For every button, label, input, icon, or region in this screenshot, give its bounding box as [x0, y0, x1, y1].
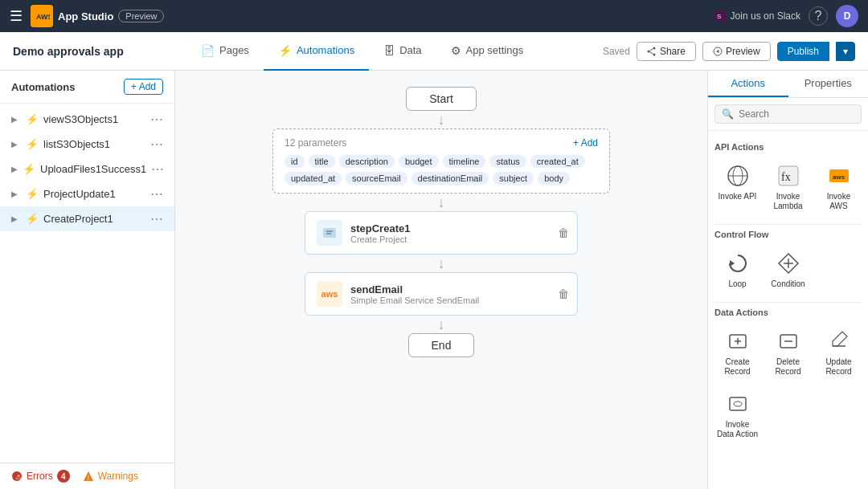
nav-logo: AWS App Studio Preview — [31, 5, 164, 27]
param-tag: id — [285, 155, 305, 168]
search-input[interactable] — [739, 108, 859, 120]
item-menu-icon[interactable]: ⋯ — [150, 186, 163, 202]
params-add-button[interactable]: + Add — [573, 137, 598, 149]
invoke-data-action-icon — [725, 391, 751, 417]
automations-icon: ⚡ — [278, 44, 292, 57]
param-tag: status — [489, 155, 526, 168]
share-button[interactable]: Share — [637, 42, 696, 61]
svg-text:fx: fx — [781, 171, 791, 183]
settings-icon: ⚙ — [451, 44, 461, 57]
action-create-record[interactable]: Create Record — [714, 324, 760, 381]
tab-data[interactable]: 🗄 Data — [369, 32, 436, 71]
hamburger-icon[interactable]: ☰ — [10, 7, 23, 25]
expand-icon: ▶ — [11, 189, 21, 198]
param-tag: title — [309, 155, 335, 168]
expand-icon: ▶ — [11, 165, 18, 173]
step-stepCreate1[interactable]: stepCreate1 Create Project 🗑 — [305, 211, 578, 255]
sidebar-item-listS3Objects1[interactable]: ▶ ⚡ listS3Objects1 ⋯ — [0, 132, 174, 157]
sidebar-item-CreateProject1[interactable]: ▶ ⚡ CreateProject1 ⋯ — [0, 206, 174, 231]
preview-badge: Preview — [118, 10, 164, 22]
warnings-indicator[interactable]: ! Warnings — [83, 471, 138, 482]
action-invoke-data-action[interactable]: Invoke Data Action — [714, 386, 760, 444]
preview-button[interactable]: Preview — [702, 42, 771, 61]
expand-icon: ▶ — [11, 214, 21, 223]
header-tabs: 📄 Pages ⚡ Automations 🗄 Data ⚙ App setti… — [186, 32, 603, 71]
expand-icon: ▶ — [11, 140, 21, 149]
canvas-inner: Start ↓ 12 parameters + Add id title des… — [240, 87, 642, 473]
param-tag: updated_at — [285, 172, 342, 185]
param-tag: destinationEmail — [411, 172, 489, 185]
logo-box: AWS — [31, 5, 53, 27]
automation-icon: ⚡ — [26, 113, 39, 125]
step-info: stepCreate1 Create Project — [350, 222, 566, 244]
top-nav: ☰ AWS App Studio Preview S Join us on Sl… — [0, 0, 868, 32]
item-menu-icon[interactable]: ⋯ — [150, 137, 163, 152]
data-icon: 🗄 — [383, 44, 395, 57]
action-invoke-aws[interactable]: aws Invoke AWS — [816, 158, 862, 216]
flow-arrow: ↓ — [438, 317, 445, 332]
control-flow-title: Control Flow — [714, 230, 862, 239]
svg-point-6 — [647, 50, 649, 52]
sidebar-add-button[interactable]: + Add — [124, 79, 163, 95]
action-delete-record[interactable]: Delete Record — [765, 324, 811, 381]
data-actions-title: Data Actions — [714, 308, 862, 317]
svg-rect-14 — [323, 228, 336, 238]
publish-dropdown-button[interactable]: ▾ — [836, 42, 855, 61]
item-menu-icon[interactable]: ⋯ — [151, 161, 164, 177]
slack-link[interactable]: S Join us on Slack — [715, 10, 800, 22]
tab-app-settings[interactable]: ⚙ App settings — [436, 32, 538, 71]
pages-icon: 📄 — [201, 44, 215, 57]
automation-icon: ⚡ — [23, 163, 35, 175]
step-info: sendEmail Simple Email Service SendEmail — [350, 283, 566, 305]
step-delete-icon[interactable]: 🗑 — [558, 287, 569, 300]
flow-arrow: ↓ — [438, 195, 445, 210]
params-count: 12 parameters — [285, 137, 346, 149]
action-condition[interactable]: Condition — [765, 246, 811, 294]
tab-actions[interactable]: Actions — [708, 71, 788, 97]
sidebar-item-UploadFiles1Success1[interactable]: ▶ ⚡ UploadFiles1Success1 ⋯ — [0, 157, 174, 181]
tab-pages[interactable]: 📄 Pages — [186, 32, 264, 71]
app-header: Demo approvals app 📄 Pages ⚡ Automations… — [0, 32, 868, 71]
step-delete-icon[interactable]: 🗑 — [558, 226, 569, 239]
action-loop[interactable]: Loop — [714, 246, 760, 294]
invoke-aws-icon: aws — [826, 163, 852, 189]
right-panel: Actions Properties 🔍 API Actions Invoke … — [707, 71, 868, 489]
divider — [714, 302, 862, 303]
flow-arrow: ↓ — [438, 256, 445, 271]
item-menu-icon[interactable]: ⋯ — [150, 112, 163, 127]
help-button[interactable]: ? — [809, 6, 828, 26]
condition-icon — [776, 251, 801, 276]
publish-button[interactable]: Publish — [777, 42, 829, 61]
main-area: Automations + Add ▶ ⚡ viewS3Objects1 ⋯ ▶… — [0, 71, 868, 489]
right-panel-content: API Actions Invoke API fx Invoke Lambda — [708, 131, 868, 489]
step-sendEmail[interactable]: aws sendEmail Simple Email Service SendE… — [305, 272, 578, 316]
sidebar-item-viewS3Objects1[interactable]: ▶ ⚡ viewS3Objects1 ⋯ — [0, 107, 174, 132]
action-update-record[interactable]: Update Record — [816, 324, 862, 381]
tab-properties[interactable]: Properties — [788, 71, 869, 97]
svg-point-5 — [653, 53, 655, 55]
search-icon: 🔍 — [722, 108, 734, 120]
action-invoke-api[interactable]: Invoke API — [714, 158, 760, 216]
param-tag: body — [538, 172, 570, 185]
action-invoke-lambda[interactable]: fx Invoke Lambda — [765, 158, 811, 216]
sidebar-item-ProjectUpdate1[interactable]: ▶ ⚡ ProjectUpdate1 ⋯ — [0, 181, 174, 206]
update-record-icon — [826, 328, 852, 354]
svg-text:⚠: ⚠ — [15, 473, 22, 481]
param-tag: sourceEmail — [346, 172, 407, 185]
api-actions-title: API Actions — [714, 142, 862, 152]
item-menu-icon[interactable]: ⋯ — [150, 211, 163, 226]
svg-text:AWS: AWS — [36, 13, 50, 21]
tab-automations[interactable]: ⚡ Automations — [264, 32, 369, 71]
sidebar-items: ▶ ⚡ viewS3Objects1 ⋯ ▶ ⚡ listS3Objects1 … — [0, 104, 174, 463]
svg-rect-34 — [730, 397, 746, 410]
errors-indicator[interactable]: ⚠ Errors 4 — [11, 470, 70, 483]
start-node[interactable]: Start — [406, 87, 477, 111]
canvas: Start ↓ 12 parameters + Add id title des… — [175, 71, 707, 489]
end-node[interactable]: End — [408, 333, 475, 357]
header-actions: Saved Share Preview Publish ▾ — [603, 42, 855, 61]
params-tags: id title description budget timeline sta… — [285, 155, 598, 185]
svg-line-7 — [649, 48, 653, 50]
app-title: Demo approvals app — [13, 45, 174, 58]
errors-badge: 4 — [57, 470, 70, 483]
user-avatar[interactable]: D — [836, 5, 858, 27]
